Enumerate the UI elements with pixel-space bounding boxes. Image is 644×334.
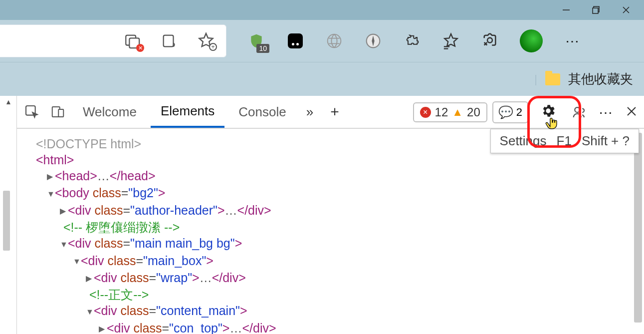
other-bookmarks-link[interactable]: 其他收藏夹 — [568, 70, 633, 88]
screenshot-icon[interactable] — [481, 32, 499, 50]
tab-elements[interactable]: Elements — [151, 96, 224, 128]
tooltip-label: Settings — [500, 133, 547, 149]
devtools-close-button[interactable] — [622, 104, 641, 120]
svg-point-8 — [328, 34, 341, 48]
warning-icon: ▲ — [452, 106, 463, 119]
shield-extension-icon[interactable]: 10 — [247, 32, 265, 50]
dom-line[interactable]: <html> — [36, 152, 644, 168]
shield-badge: 10 — [256, 44, 269, 53]
browser-toolbar: ✕ + 10 — [0, 20, 644, 62]
scroll-up-icon[interactable]: ▲ — [5, 98, 12, 106]
devtools-area: ▲ Welcome Elements Console » + 12 ▲ 20 — [0, 96, 644, 334]
tabs-overflow-icon[interactable]: » — [300, 104, 319, 120]
dom-line[interactable]: ▼<body class="bg2"> — [36, 185, 644, 202]
minimize-button[interactable] — [551, 0, 581, 20]
devtools-scroll-thumb[interactable] — [634, 133, 642, 323]
tooltip-key-shift: Shift + ? — [582, 133, 630, 149]
svg-rect-2 — [593, 8, 598, 13]
add-tab-button[interactable]: + — [323, 103, 346, 120]
devtools-tabbar: Welcome Elements Console » + 12 ▲ 20 💬 2 — [17, 96, 644, 129]
compass-extension-icon[interactable] — [364, 32, 382, 50]
dom-line[interactable]: ▶<div class="con_top">…</div> — [36, 320, 644, 334]
profile-avatar[interactable] — [520, 29, 543, 52]
svg-rect-7 — [164, 35, 174, 47]
dom-line[interactable]: <!-- 椤堕儴缁撴潫 --> — [36, 219, 644, 235]
devtools-menu-icon[interactable]: ⋯ — [595, 101, 617, 124]
settings-tooltip: Settings F1 Shift + ? — [490, 129, 639, 153]
browser-menu-icon[interactable]: ⋯ — [564, 32, 582, 50]
favorites-icon[interactable] — [442, 32, 460, 50]
dom-line[interactable]: ▼<div class="main_box"> — [36, 253, 644, 270]
read-aloud-icon[interactable] — [160, 32, 178, 50]
window-titlebar — [0, 0, 644, 20]
feedback-button[interactable]: 💬 2 — [492, 101, 528, 123]
tooltip-key-f1: F1 — [557, 133, 572, 149]
translate-blocked-icon[interactable]: ✕ — [123, 32, 141, 50]
maximize-button[interactable] — [581, 0, 611, 20]
tab-welcome[interactable]: Welcome — [73, 96, 147, 128]
dom-line[interactable]: ▶<div class="author-header">…</div> — [36, 202, 644, 219]
warning-count: 20 — [467, 105, 480, 119]
dom-line[interactable]: ▼<div class="main main_bg bg"> — [36, 235, 644, 252]
extensions-icon[interactable] — [403, 32, 421, 50]
activity-icon[interactable] — [568, 101, 590, 124]
device-toggle-icon[interactable] — [47, 100, 69, 123]
url-container: ✕ + — [0, 24, 226, 57]
error-count: 12 — [435, 105, 448, 119]
close-window-button[interactable] — [611, 0, 641, 20]
elements-dom-tree[interactable]: <!DOCTYPE html> <html> ▶<head>…</head> ▼… — [17, 129, 644, 334]
cursor-hand-icon — [545, 114, 558, 133]
globe-extension-icon[interactable] — [325, 32, 343, 50]
extension-icons-row: 10 ⋯ — [247, 29, 644, 52]
folder-icon — [545, 73, 560, 85]
add-favorite-icon[interactable]: + — [197, 32, 215, 50]
bookmarks-bar: | 其他收藏夹 — [0, 62, 644, 96]
dom-line[interactable]: ▶<div class="wrap">…</div> — [36, 270, 644, 287]
issues-button[interactable]: 12 ▲ 20 — [413, 102, 487, 122]
dom-line[interactable]: ▼<div class="content_main"> — [36, 303, 644, 320]
feedback-count: 2 — [516, 106, 522, 119]
message-icon: 💬 — [498, 105, 513, 119]
dom-line[interactable]: <!--正文--> — [36, 287, 644, 303]
dark-extension-icon[interactable] — [286, 32, 304, 50]
inspect-element-icon[interactable] — [21, 100, 43, 123]
devtools-right-controls: 12 ▲ 20 💬 2 — [413, 96, 641, 129]
dom-line[interactable]: ▶<head>…</head> — [36, 168, 644, 185]
tab-console[interactable]: Console — [228, 96, 296, 128]
svg-point-12 — [487, 38, 492, 43]
devtools-panel: Welcome Elements Console » + 12 ▲ 20 💬 2 — [17, 96, 644, 334]
svg-rect-15 — [58, 109, 63, 117]
page-scrollbar[interactable]: ▲ — [0, 96, 17, 334]
error-icon — [420, 107, 431, 118]
svg-point-16 — [575, 107, 580, 112]
scroll-thumb[interactable] — [3, 191, 10, 251]
settings-button[interactable] — [533, 100, 563, 125]
